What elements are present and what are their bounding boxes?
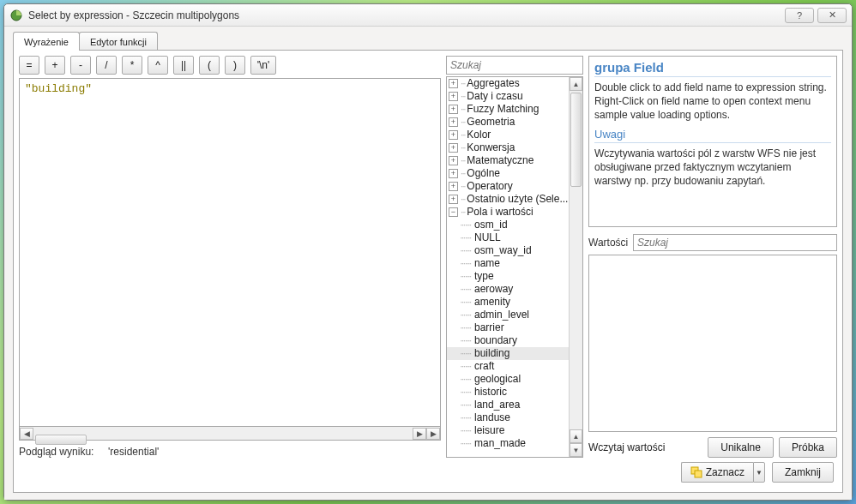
- scroll-up-icon[interactable]: ▲: [570, 77, 582, 91]
- help-notes-body: Wczytywania wartości pól z warstw WFS ni…: [594, 147, 831, 189]
- tree-field-item[interactable]: ·······landuse: [447, 411, 569, 424]
- expand-icon[interactable]: +: [449, 130, 458, 140]
- expand-icon[interactable]: +: [449, 182, 458, 191]
- footer-buttons: Zaznacz ▼ Zamknij: [19, 458, 837, 487]
- select-by-expression-window: Select by expression - Szczecin multipol…: [3, 3, 853, 501]
- close-button[interactable]: Zamknij: [772, 462, 834, 483]
- op-rparen-button[interactable]: ): [225, 56, 245, 75]
- op-eq-button[interactable]: =: [19, 56, 39, 75]
- help-panel: grupa Field Double click to add field na…: [588, 56, 837, 227]
- scroll-left-icon[interactable]: ◀: [20, 428, 33, 440]
- tree-field-item[interactable]: ·······craft: [447, 360, 569, 373]
- help-button[interactable]: ?: [785, 8, 814, 23]
- tree-field-item[interactable]: ·······land_area: [447, 399, 569, 411]
- help-group-heading: grupa Field: [594, 60, 831, 77]
- expand-icon[interactable]: +: [449, 169, 458, 178]
- expand-icon[interactable]: +: [449, 195, 458, 204]
- tree-group-item[interactable]: +···Ostatnio użyte (Sele...: [447, 193, 569, 206]
- scroll-down2-icon[interactable]: ▼: [570, 443, 582, 457]
- op-minus-button[interactable]: -: [70, 56, 91, 75]
- tree-field-item[interactable]: ·······aeroway: [447, 283, 569, 296]
- tree-field-item[interactable]: ·······historic: [447, 386, 569, 399]
- expression-editor[interactable]: "building": [19, 78, 441, 427]
- right-column: grupa Field Double click to add field na…: [588, 56, 837, 458]
- expand-icon[interactable]: +: [449, 79, 458, 88]
- op-pow-button[interactable]: ^: [148, 56, 168, 75]
- function-tree-wrap: +···Aggregates+···Daty i czasu+···Fuzzy …: [446, 76, 583, 458]
- op-plus-button[interactable]: +: [45, 56, 65, 75]
- left-column: = + - / * ^ || ( ) '\n' "building": [19, 56, 441, 458]
- tree-field-item[interactable]: ·······leisure: [447, 424, 569, 437]
- unique-button[interactable]: Unikalne: [708, 437, 774, 458]
- result-value: 'residential': [108, 446, 159, 458]
- select-split-button: Zaznacz ▼: [681, 462, 765, 483]
- window-title: Select by expression - Szczecin multipol…: [28, 9, 781, 21]
- tree-field-item[interactable]: ·······barrier: [447, 321, 569, 334]
- vscroll-thumb[interactable]: [570, 93, 582, 187]
- values-buttons: Wczytaj wartości Unikalne Próbka: [588, 437, 837, 458]
- tree-group-item[interactable]: +···Konwersja: [447, 141, 569, 154]
- tree-group-item[interactable]: +···Operatory: [447, 180, 569, 193]
- search-input[interactable]: [446, 56, 583, 75]
- values-list[interactable]: [588, 255, 837, 432]
- expand-icon[interactable]: +: [449, 143, 458, 153]
- close-window-button[interactable]: ✕: [817, 8, 847, 23]
- hscroll-thumb[interactable]: [35, 435, 87, 445]
- op-newline-button[interactable]: '\n': [250, 56, 276, 75]
- tree-vscroll[interactable]: ▲ ▲ ▼: [569, 77, 582, 457]
- function-tree[interactable]: +···Aggregates+···Daty i czasu+···Fuzzy …: [447, 77, 569, 457]
- tree-group-item[interactable]: +···Daty i czasu: [447, 90, 569, 103]
- select-dropdown-button[interactable]: ▼: [753, 462, 765, 483]
- vscroll-track[interactable]: [570, 91, 582, 429]
- expand-icon[interactable]: +: [449, 117, 458, 127]
- tree-field-item[interactable]: ·······osm_id: [447, 219, 569, 231]
- help-notes-heading: Uwagi: [594, 128, 831, 143]
- svg-rect-2: [695, 471, 702, 477]
- tree-field-item[interactable]: ·······man_made: [447, 437, 569, 450]
- op-mul-button[interactable]: *: [122, 56, 142, 75]
- main-columns: = + - / * ^ || ( ) '\n' "building": [19, 56, 837, 458]
- expand-icon[interactable]: +: [449, 92, 458, 101]
- tree-group-item[interactable]: +···Ogólne: [447, 167, 569, 180]
- tree-field-item[interactable]: ·······name: [447, 257, 569, 270]
- titlebar: Select by expression - Szczecin multipol…: [4, 4, 852, 27]
- tree-group-item[interactable]: +···Matematyczne: [447, 154, 569, 167]
- tree-group-item[interactable]: +···Geometria: [447, 116, 569, 129]
- content-area: Wyrażenie Edytor funkcji = + - / * ^ || …: [4, 27, 852, 500]
- scroll-down-icon[interactable]: ▲: [570, 429, 582, 443]
- expand-icon[interactable]: +: [449, 105, 458, 114]
- tree-group-item[interactable]: +···Fuzzy Matching: [447, 103, 569, 116]
- op-concat-button[interactable]: ||: [173, 56, 194, 75]
- tree-field-item[interactable]: ·······osm_way_id: [447, 244, 569, 257]
- tree-field-item[interactable]: ·······NULL: [447, 231, 569, 244]
- scroll-right2-icon[interactable]: ▶: [426, 428, 440, 440]
- tree-group-item[interactable]: +···Kolor: [447, 129, 569, 141]
- tree-field-item[interactable]: ·······amenity: [447, 296, 569, 309]
- load-values-label: Wczytaj wartości: [588, 441, 665, 453]
- result-label: Podgląd wyniku:: [19, 446, 93, 458]
- expand-icon[interactable]: +: [449, 156, 458, 165]
- tree-field-item[interactable]: ·······type: [447, 270, 569, 283]
- op-div-button[interactable]: /: [96, 56, 117, 75]
- values-search-input[interactable]: [633, 234, 837, 251]
- select-button[interactable]: Zaznacz: [681, 462, 753, 483]
- expression-hscroll[interactable]: ◀ ▶ ▶: [19, 427, 441, 441]
- tree-field-item[interactable]: ·······building: [447, 347, 569, 360]
- tree-group-fields[interactable]: −···Pola i wartości: [447, 206, 569, 219]
- middle-column: +···Aggregates+···Daty i czasu+···Fuzzy …: [446, 56, 583, 458]
- operator-bar: = + - / * ^ || ( ) '\n': [19, 56, 441, 75]
- values-search-row: Wartości: [588, 234, 837, 251]
- tree-field-item[interactable]: ·······admin_level: [447, 309, 569, 321]
- tree-field-item[interactable]: ·······boundary: [447, 334, 569, 347]
- tree-field-item[interactable]: ·······geological: [447, 373, 569, 386]
- tab-expression[interactable]: Wyrażenie: [13, 32, 80, 51]
- scroll-right-icon[interactable]: ▶: [413, 428, 426, 440]
- collapse-icon[interactable]: −: [449, 207, 458, 217]
- help-body: Double click to add field name to expres…: [594, 81, 831, 123]
- expression-text: "building": [25, 82, 92, 95]
- tab-function-editor[interactable]: Edytor funkcji: [79, 32, 158, 51]
- select-icon: [690, 466, 702, 478]
- tree-group-item[interactable]: +···Aggregates: [447, 77, 569, 90]
- sample-button[interactable]: Próbka: [779, 437, 837, 458]
- op-lparen-button[interactable]: (: [199, 56, 220, 75]
